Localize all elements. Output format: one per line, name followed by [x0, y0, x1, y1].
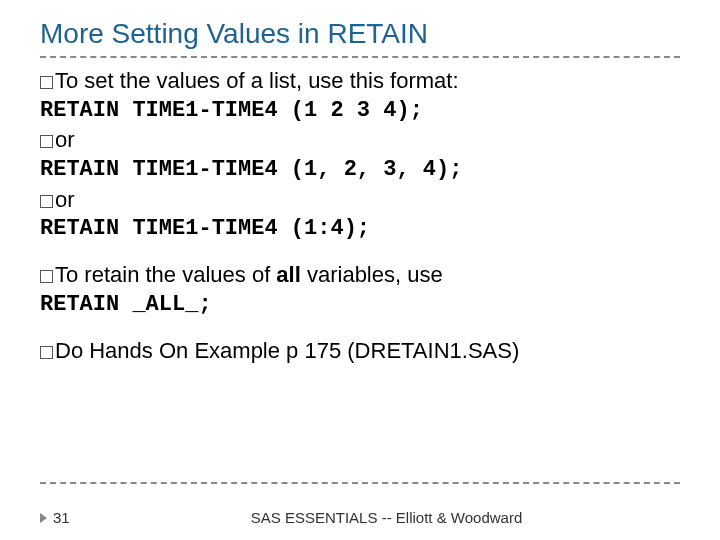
footer-divider	[40, 482, 680, 484]
footer-text: SAS ESSENTIALS -- Elliott & Woodward	[93, 509, 680, 526]
bullet-square-icon	[40, 76, 53, 89]
slide-title: More Setting Values in RETAIN	[40, 18, 680, 50]
text: To retain the values of	[55, 262, 276, 287]
text: Do Hands On Example p 175 (DRETAIN1.SAS)	[55, 338, 519, 363]
bullet-line-1: To set the values of a list, use this fo…	[40, 66, 680, 96]
text: or	[55, 127, 75, 152]
paragraph-spacer	[40, 244, 680, 260]
slide-footer: 31 SAS ESSENTIALS -- Elliott & Woodward	[40, 509, 680, 526]
bullet-line-or-2: or	[40, 185, 680, 215]
title-divider	[40, 56, 680, 58]
code-line-1: RETAIN TIME1-TIME4 (1 2 3 4);	[40, 96, 680, 126]
bullet-line-or-1: or	[40, 125, 680, 155]
code-line-2: RETAIN TIME1-TIME4 (1, 2, 3, 4);	[40, 155, 680, 185]
code-line-4: RETAIN _ALL_;	[40, 290, 680, 320]
text: or	[55, 187, 75, 212]
text-bold: all	[276, 262, 300, 287]
text: To set the values of a list, use this fo…	[55, 68, 459, 93]
bullet-line-retain-all: To retain the values of all variables, u…	[40, 260, 680, 290]
bullet-line-hands-on: Do Hands On Example p 175 (DRETAIN1.SAS)	[40, 336, 680, 366]
slide-body: To set the values of a list, use this fo…	[40, 66, 680, 365]
bullet-square-icon	[40, 135, 53, 148]
text: variables, use	[301, 262, 443, 287]
bullet-square-icon	[40, 270, 53, 283]
page-number: 31	[53, 509, 93, 526]
arrow-right-icon	[40, 513, 47, 523]
bullet-square-icon	[40, 346, 53, 359]
code-line-3: RETAIN TIME1-TIME4 (1:4);	[40, 214, 680, 244]
bullet-square-icon	[40, 195, 53, 208]
slide: More Setting Values in RETAIN To set the…	[0, 0, 720, 540]
paragraph-spacer	[40, 320, 680, 336]
